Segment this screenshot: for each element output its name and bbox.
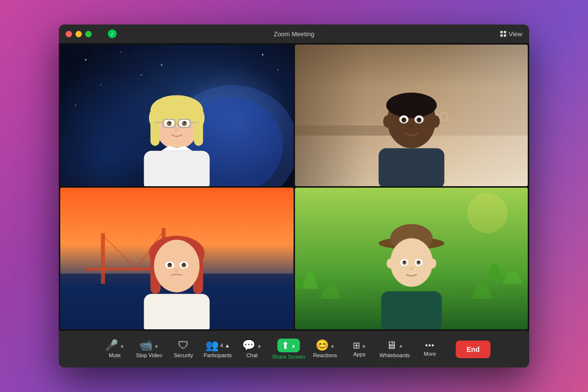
reactions-icon: 😊 (316, 340, 329, 351)
mute-label: Mute (109, 352, 121, 358)
security-icon-row: 🛡 (178, 340, 189, 351)
video-cell-3 (60, 188, 294, 329)
traffic-lights (66, 31, 92, 37)
share-chevron: ▲ (291, 343, 296, 348)
window-title: Zoom Meeting (273, 30, 314, 38)
video-cell-1 (60, 45, 294, 186)
share-icon-row: ⬆ ▲ (277, 339, 300, 352)
stop-video-button[interactable]: 📹 ▲ Stop Video (132, 335, 166, 364)
svg-point-27 (175, 128, 179, 131)
security-badge-area: ✓ (108, 29, 117, 38)
svg-point-4 (161, 64, 162, 66)
reactions-label: Reactions (313, 352, 337, 358)
participants-icon: 👥 (205, 340, 219, 351)
svg-rect-10 (144, 151, 210, 186)
svg-rect-75 (381, 292, 441, 329)
more-icon-row: ••• (425, 342, 435, 349)
svg-point-8 (262, 54, 264, 55)
more-button[interactable]: ••• More (413, 335, 447, 364)
svg-rect-44 (101, 233, 105, 284)
svg-point-39 (409, 124, 414, 128)
share-screen-button[interactable]: ⬆ ▲ Share Screen (269, 335, 308, 364)
chat-label: Chat (246, 352, 258, 358)
video-grid: zoo (59, 43, 529, 331)
stop-video-label: Stop Video (136, 352, 162, 358)
chat-button[interactable]: 💬 ▲ Chat (235, 335, 269, 364)
more-icon: ••• (425, 342, 435, 349)
maximize-button[interactable] (85, 31, 92, 37)
minimize-button[interactable] (75, 31, 82, 37)
apps-chevron: ▲ (362, 343, 367, 348)
apps-icon-row: ⊞ ▲ (353, 341, 367, 350)
view-label: View (509, 30, 522, 38)
participants-count: 4 ▲ (220, 343, 230, 348)
share-screen-icon-wrap: ⬆ ▲ (277, 339, 300, 352)
svg-point-37 (403, 118, 405, 120)
apps-icon: ⊞ (353, 341, 360, 350)
whiteboards-button[interactable]: 🖥 ▲ Whiteboards (377, 335, 413, 364)
whiteboard-icon: 🖥 (386, 340, 397, 351)
svg-point-5 (100, 85, 101, 86)
svg-point-60 (175, 269, 179, 272)
svg-point-71 (417, 261, 419, 263)
svg-point-7 (75, 105, 76, 106)
avatar-scene-2 (295, 45, 528, 186)
mute-button[interactable]: 🎤 ▲ Mute (98, 335, 132, 364)
security-badge: ✓ (108, 29, 117, 38)
mute-icon-row: 🎤 ▲ (105, 340, 124, 351)
whiteboards-chevron: ▲ (398, 343, 403, 348)
shield-icon: 🛡 (178, 340, 189, 351)
participants-icon-row: 👥 4 ▲ (205, 340, 230, 351)
svg-point-65 (390, 238, 433, 287)
whiteboards-icon-row: 🖥 ▲ (386, 340, 403, 351)
video-cell-2: zoo (295, 45, 528, 186)
participants-label: Participants (204, 352, 232, 358)
toolbar: 🎤 ▲ Mute 📹 ▲ Stop Video 🛡 Security 👥 4 ▲… (59, 331, 529, 368)
svg-point-3 (121, 51, 122, 52)
avatar-scene-3 (60, 188, 294, 329)
svg-point-2 (85, 59, 86, 60)
svg-point-59 (183, 263, 185, 265)
mute-chevron: ▲ (120, 343, 124, 348)
svg-point-53 (154, 240, 199, 292)
svg-rect-49 (144, 294, 210, 329)
title-bar: ✓ Zoom Meeting View (59, 24, 529, 43)
camera-icon: 📹 (139, 340, 152, 351)
end-button[interactable]: End (456, 341, 490, 358)
more-label: More (424, 351, 436, 357)
view-button[interactable]: View (500, 30, 522, 38)
svg-point-9 (277, 70, 278, 71)
close-button[interactable] (66, 31, 72, 37)
chat-icon-row: 💬 ▲ (242, 340, 262, 351)
security-label: Security (173, 352, 193, 358)
apps-label: Apps (353, 351, 366, 357)
chat-chevron: ▲ (257, 343, 262, 348)
svg-point-32 (386, 93, 437, 118)
reactions-chevron: ▲ (330, 343, 335, 348)
svg-rect-30 (378, 148, 444, 186)
video-icon-row: 📹 ▲ (139, 340, 159, 351)
video-chevron: ▲ (154, 343, 159, 348)
zoom-window: ✓ Zoom Meeting View (59, 24, 529, 368)
svg-point-20 (169, 122, 171, 123)
svg-point-62 (467, 193, 508, 233)
svg-point-70 (403, 261, 405, 263)
svg-point-58 (169, 263, 171, 265)
avatar-scene-4 (295, 188, 528, 329)
whiteboards-label: Whiteboards (380, 352, 410, 358)
svg-point-41 (432, 116, 440, 128)
avatar-scene-1 (60, 45, 294, 186)
reactions-button[interactable]: 😊 ▲ Reactions (308, 335, 343, 364)
grid-icon (500, 31, 506, 37)
svg-rect-14 (150, 116, 160, 146)
security-button[interactable]: 🛡 Security (166, 335, 200, 364)
svg-point-21 (184, 122, 186, 123)
svg-point-6 (141, 74, 142, 75)
svg-point-72 (409, 267, 413, 270)
svg-point-74 (429, 259, 436, 269)
participants-button[interactable]: 👥 4 ▲ Participants (200, 335, 235, 364)
share-screen-label: Share Screen (272, 354, 305, 360)
svg-point-73 (387, 259, 393, 269)
apps-button[interactable]: ⊞ ▲ Apps (343, 335, 377, 364)
svg-point-40 (383, 116, 391, 128)
